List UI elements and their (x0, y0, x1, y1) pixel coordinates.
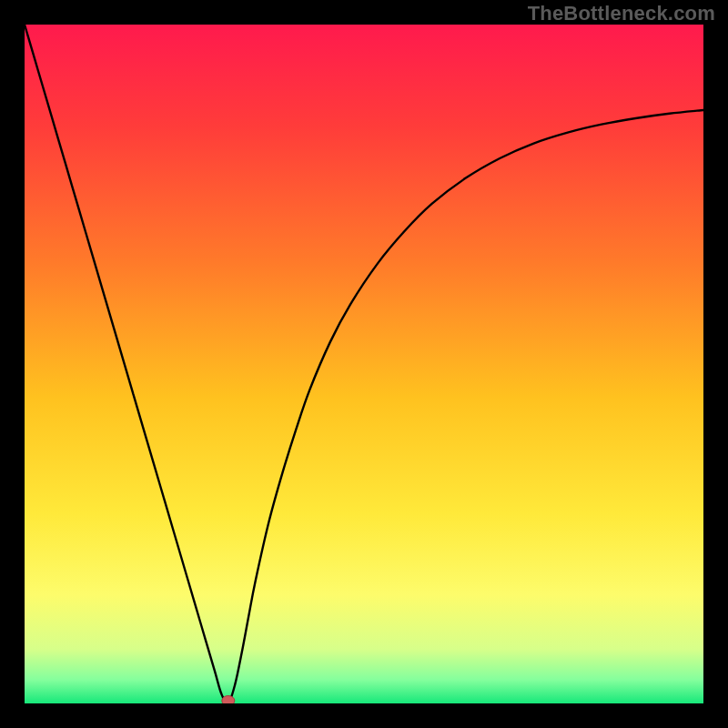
watermark-text: TheBottleneck.com (528, 2, 715, 25)
minimum-marker (222, 696, 235, 704)
plot-svg (25, 25, 703, 703)
gradient-background (25, 25, 703, 703)
plot-area (25, 25, 703, 703)
chart-frame: TheBottleneck.com (0, 0, 728, 728)
